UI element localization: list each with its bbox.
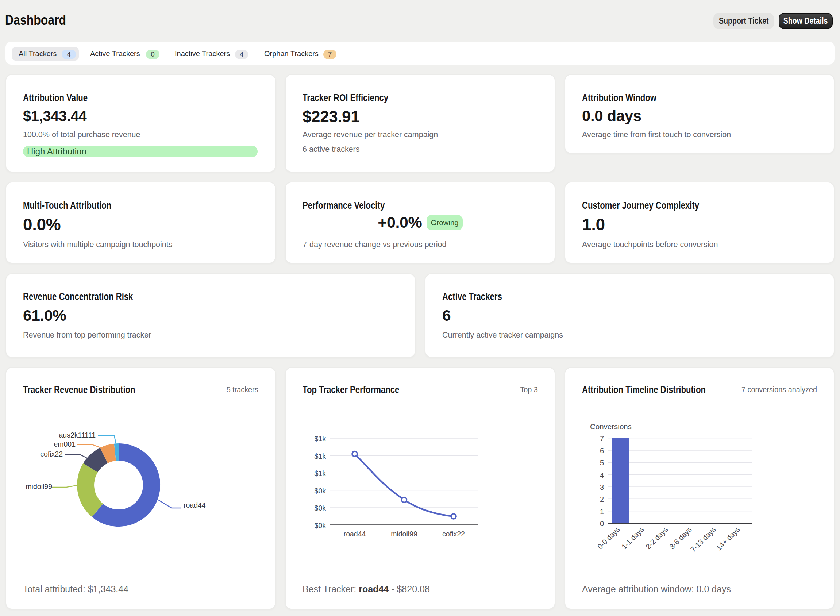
svg-text:1-1 days: 1-1 days — [620, 525, 645, 551]
svg-text:0-0 days: 0-0 days — [596, 525, 622, 551]
svg-text:midoil99: midoil99 — [26, 483, 52, 490]
svg-text:em001: em001 — [54, 440, 76, 448]
svg-text:2: 2 — [600, 495, 604, 503]
svg-text:5: 5 — [600, 459, 604, 467]
svg-text:7-13 days: 7-13 days — [689, 525, 717, 554]
svg-text:$0k: $0k — [315, 487, 326, 495]
svg-text:3-6 days: 3-6 days — [668, 525, 693, 551]
svg-text:4: 4 — [600, 471, 604, 479]
svg-text:midoil99: midoil99 — [391, 530, 418, 538]
svg-text:7: 7 — [600, 435, 604, 443]
svg-text:$1k: $1k — [315, 435, 326, 443]
svg-text:3: 3 — [600, 483, 604, 491]
svg-text:cofix22: cofix22 — [442, 530, 465, 538]
svg-text:$1k: $1k — [315, 452, 326, 460]
svg-text:cofix22: cofix22 — [40, 450, 63, 458]
svg-text:0: 0 — [600, 520, 604, 528]
svg-text:14+ days: 14+ days — [714, 525, 741, 552]
svg-text:2-2 days: 2-2 days — [644, 525, 670, 551]
svg-text:road44: road44 — [344, 530, 366, 538]
svg-text:6: 6 — [600, 447, 604, 455]
svg-text:road44: road44 — [183, 501, 206, 509]
svg-text:Conversions: Conversions — [590, 422, 632, 431]
svg-text:$0k: $0k — [315, 522, 326, 529]
svg-text:$0k: $0k — [315, 504, 326, 512]
svg-text:aus2k11111: aus2k11111 — [59, 431, 95, 439]
svg-text:$1k: $1k — [315, 469, 326, 477]
svg-text:1: 1 — [600, 507, 604, 516]
